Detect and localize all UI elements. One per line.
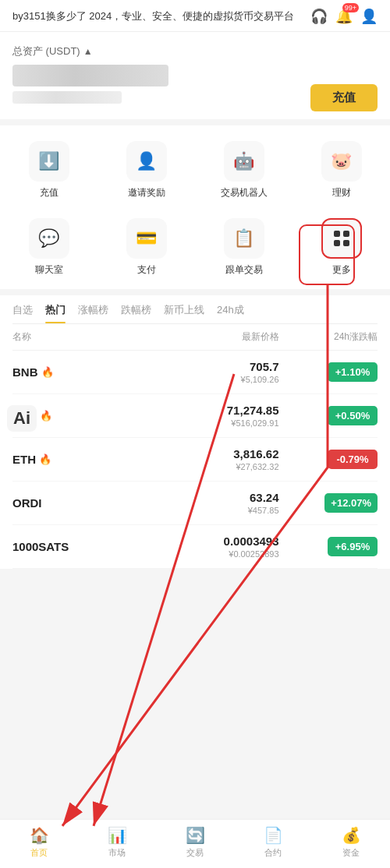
- invite-label: 邀请奖励: [128, 186, 165, 199]
- coin-price-bnb: 705.7: [131, 360, 279, 373]
- nav-assets[interactable]: 💰 资金: [312, 826, 390, 859]
- coin-price-1000sats: 0.0003493: [131, 535, 279, 548]
- action-finance[interactable]: 🐷 理财: [292, 135, 390, 206]
- asset-value-blurred: [12, 65, 168, 86]
- coin-price-col-btc: 71,274.85 ¥516,029.91: [131, 404, 279, 428]
- home-icon: 🏠: [30, 826, 49, 845]
- coin-left-1000sats: 1000SATS: [12, 540, 131, 553]
- coin-name-eth: ETH 🔥: [12, 453, 131, 466]
- header: by3151换多少了 2024，专业、安全、便捷的虚拟货币交易平台 🎧 🔔 99…: [0, 0, 390, 32]
- invite-icon-wrap: 👤: [126, 141, 167, 182]
- svg-rect-1: [343, 231, 349, 237]
- asset-section: 总资产 (USDT) ▲ 充值: [0, 32, 390, 119]
- fire-icon-bnb: 🔥: [41, 366, 54, 378]
- headphone-icon[interactable]: 🎧: [310, 8, 328, 25]
- coin-price-cny-bnb: ¥5,109.26: [131, 375, 279, 384]
- coin-change-1000sats: +6.95%: [279, 537, 378, 556]
- coin-price-ordi: 63.24: [131, 491, 279, 504]
- recharge-button[interactable]: 充值: [310, 84, 378, 111]
- coin-left-eth: ETH 🔥: [12, 453, 131, 466]
- coin-row-ordi[interactable]: ORDI 63.24 ¥457.85 +12.07%: [12, 482, 378, 525]
- coin-price-col-bnb: 705.7 ¥5,109.26: [131, 360, 279, 384]
- notification-badge: 99+: [342, 3, 359, 12]
- table-header: 名称 最新价格 24h涨跌幅: [12, 324, 378, 351]
- coin-price-cny-ordi: ¥457.85: [131, 506, 279, 515]
- change-badge-eth: -0.79%: [328, 450, 378, 469]
- market-tabs: 自选 热门 涨幅榜 跌幅榜 新币上线 24h成: [12, 295, 378, 324]
- tab-24h[interactable]: 24h成: [217, 303, 244, 323]
- robot-label: 交易机器人: [221, 186, 268, 199]
- action-invite[interactable]: 👤 邀请奖励: [98, 135, 195, 206]
- col-name-header: 名称: [12, 330, 131, 344]
- svg-rect-2: [334, 240, 340, 246]
- tab-fall[interactable]: 跌幅榜: [121, 303, 151, 323]
- action-copy[interactable]: 📋 跟单交易: [195, 212, 292, 283]
- action-more[interactable]: 更多: [292, 212, 390, 283]
- copy-icon-wrap: 📋: [224, 218, 264, 259]
- col-change-header: 24h涨跌幅: [279, 330, 378, 344]
- coin-price-eth: 3,816.62: [131, 447, 279, 460]
- finance-label: 理财: [332, 186, 351, 199]
- chat-label: 聊天室: [35, 263, 63, 277]
- coin-price-cny-1000sats: ¥0.00252893: [131, 549, 279, 559]
- contract-icon: 📄: [264, 826, 283, 845]
- coin-name-1000sats: 1000SATS: [12, 540, 131, 553]
- change-badge-ordi: +12.07%: [324, 493, 378, 513]
- nav-trade[interactable]: 🔄 交易: [156, 826, 234, 859]
- col-price-header: 最新价格: [131, 330, 279, 344]
- action-pay[interactable]: 💳 支付: [98, 212, 195, 283]
- asset-sub-blurred: [12, 91, 122, 104]
- assets-label: 资金: [342, 847, 360, 859]
- recharge-label: 充值: [40, 186, 58, 199]
- fire-icon-btc: 🔥: [40, 410, 52, 422]
- action-chat[interactable]: 💬 聊天室: [0, 212, 98, 283]
- coin-row-bnb[interactable]: BNB 🔥 705.7 ¥5,109.26 +1.10%: [12, 351, 378, 394]
- ai-badge[interactable]: Ai: [7, 405, 37, 432]
- svg-rect-3: [343, 240, 349, 246]
- action-recharge[interactable]: ⬇️ 充值: [0, 135, 98, 206]
- recharge-icon-wrap: ⬇️: [29, 141, 69, 182]
- coin-price-cny-eth: ¥27,632.32: [131, 462, 279, 471]
- coin-row-btc[interactable]: BTC 🔥 71,274.85 ¥516,029.91 +0.50%: [12, 394, 378, 438]
- asset-values: [12, 65, 168, 111]
- trade-icon: 🔄: [186, 826, 205, 845]
- bottom-nav: 🏠 首页 📊 市场 🔄 交易 📄 合约 💰 资金: [0, 819, 390, 868]
- pay-label: 支付: [137, 263, 156, 277]
- trade-label: 交易: [186, 847, 204, 859]
- asset-row: 充值: [12, 65, 378, 111]
- coin-row-1000sats[interactable]: 1000SATS 0.0003493 ¥0.00252893 +6.95%: [12, 525, 378, 569]
- coin-price-col-ordi: 63.24 ¥457.85: [131, 491, 279, 515]
- coin-left-bnb: BNB 🔥: [12, 365, 131, 379]
- coin-price-col-eth: 3,816.62 ¥27,632.32: [131, 447, 279, 471]
- contract-label: 合约: [264, 847, 282, 859]
- home-label: 首页: [30, 847, 48, 859]
- nav-contract[interactable]: 📄 合约: [234, 826, 312, 859]
- more-icon-wrap: [321, 218, 362, 259]
- tab-hot[interactable]: 热门: [45, 303, 66, 323]
- fire-icon-eth: 🔥: [39, 453, 51, 465]
- profile-icon[interactable]: 👤: [360, 8, 378, 25]
- nav-market[interactable]: 📊 市场: [78, 826, 156, 859]
- finance-icon-wrap: 🐷: [321, 141, 362, 182]
- pay-icon-wrap: 💳: [126, 218, 167, 259]
- change-badge-1000sats: +6.95%: [328, 537, 378, 556]
- coin-price-cny-btc: ¥516,029.91: [131, 418, 279, 428]
- coin-name-ordi: ORDI: [12, 496, 131, 510]
- quick-actions: ⬇️ 充值 👤 邀请奖励 🤖 交易机器人 🐷 理财 💬 聊天室 💳: [0, 125, 390, 289]
- nav-home[interactable]: 🏠 首页: [0, 826, 78, 859]
- more-label: 更多: [332, 263, 351, 277]
- tab-new[interactable]: 新币上线: [164, 303, 204, 323]
- action-robot[interactable]: 🤖 交易机器人: [195, 135, 292, 206]
- tab-rise[interactable]: 涨幅榜: [78, 303, 108, 323]
- asset-toggle-icon[interactable]: ▲: [83, 46, 93, 57]
- coin-change-bnb: +1.10%: [279, 362, 378, 382]
- coin-change-eth: -0.79%: [279, 450, 378, 469]
- coin-row-eth[interactable]: ETH 🔥 3,816.62 ¥27,632.32 -0.79%: [12, 438, 378, 482]
- chat-icon-wrap: 💬: [29, 218, 69, 259]
- coin-change-ordi: +12.07%: [279, 493, 378, 513]
- header-title: by3151换多少了 2024，专业、安全、便捷的虚拟货币交易平台: [12, 9, 310, 23]
- copy-label: 跟单交易: [225, 263, 263, 277]
- coin-price-btc: 71,274.85: [131, 404, 279, 417]
- notification-icon[interactable]: 🔔 99+: [335, 8, 353, 25]
- tab-fav[interactable]: 自选: [12, 303, 33, 323]
